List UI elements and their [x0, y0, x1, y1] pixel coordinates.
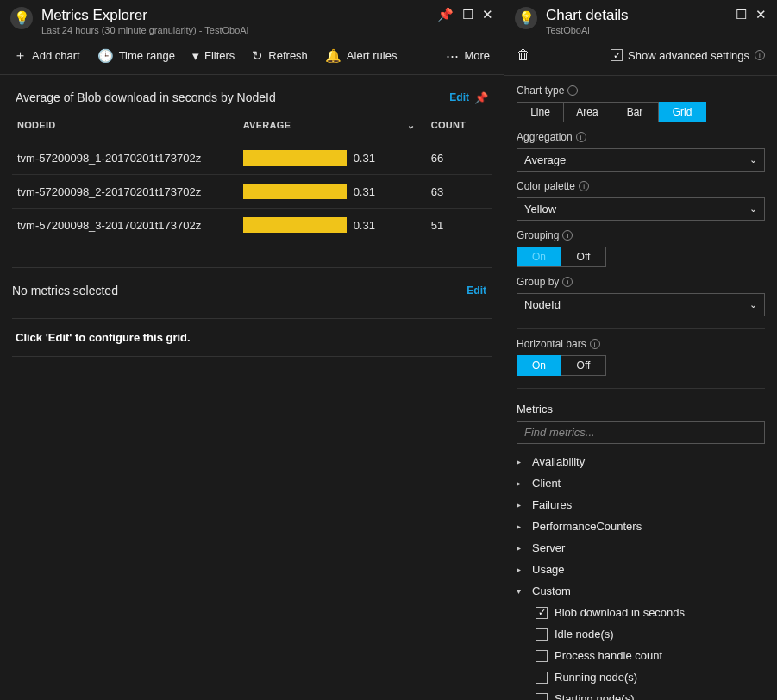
details-title: Chart details: [546, 7, 736, 24]
grouping-section: Groupingi On Off: [504, 221, 777, 267]
lightbulb-icon: 💡: [10, 7, 33, 29]
bar-icon: [243, 217, 347, 233]
chart-type-area[interactable]: Area: [564, 102, 611, 122]
alert-rules-button[interactable]: 🔔Alert rules: [325, 48, 398, 64]
metric-checkbox-item[interactable]: Starting node(s): [536, 688, 765, 700]
checkbox-icon: [536, 672, 548, 684]
tree-item-label: PerformanceCounters: [532, 520, 642, 533]
metric-label: Process handle count: [555, 649, 662, 662]
aggregation-select[interactable]: Average⌄: [517, 148, 765, 172]
table-row[interactable]: tvm-57200098_1-20170201t173702z0.3166: [12, 141, 492, 175]
tree-item[interactable]: ▸PerformanceCounters: [517, 516, 765, 537]
refresh-label: Refresh: [268, 49, 308, 62]
tree-item[interactable]: ▸Usage: [517, 559, 765, 580]
metrics-explorer-panel: 💡 Metrics Explorer Last 24 hours (30 min…: [0, 0, 504, 700]
close-icon[interactable]: ✕: [482, 7, 493, 22]
average-cell: 0.31: [238, 175, 426, 209]
col-count[interactable]: COUNT: [426, 113, 492, 141]
chart-type-bar[interactable]: Bar: [611, 102, 659, 122]
chart-type-line[interactable]: Line: [517, 102, 564, 122]
delete-icon[interactable]: 🗑: [517, 47, 530, 63]
maximize-icon[interactable]: ☐: [462, 7, 473, 22]
search-placeholder: Find metrics...: [524, 426, 595, 439]
groupby-section: Group byi NodeId⌄: [504, 267, 777, 316]
plus-icon: ＋: [14, 47, 27, 64]
info-icon[interactable]: i: [590, 339, 600, 349]
caret-right-icon: ▸: [517, 478, 525, 488]
tree-item[interactable]: ▸Client: [517, 472, 765, 494]
chart-card: Average of Blob download in seconds by N…: [12, 87, 492, 241]
caret-right-icon: ▸: [517, 543, 525, 553]
metrics-label: Metrics: [504, 389, 777, 421]
details-subtitle: TestOboAi: [546, 25, 736, 35]
advanced-settings-toggle[interactable]: ✓ Show advanced settings i: [611, 49, 765, 62]
close-icon[interactable]: ✕: [755, 7, 767, 22]
empty-chart-edit-link[interactable]: Edit: [467, 284, 486, 297]
left-header: 💡 Metrics Explorer Last 24 hours (30 min…: [0, 0, 504, 39]
sort-desc-icon: ⌄: [407, 120, 415, 131]
ellipsis-icon: ⋯: [446, 48, 459, 64]
metric-checkbox-item[interactable]: Running node(s): [536, 666, 765, 688]
panel-subtitle: Last 24 hours (30 minute granularity) - …: [41, 25, 437, 35]
add-chart-button[interactable]: ＋Add chart: [14, 47, 80, 64]
metric-label: Blob download in seconds: [555, 606, 685, 619]
filters-label: Filters: [204, 49, 235, 62]
checkbox-icon: [536, 650, 548, 662]
advanced-settings-label: Show advanced settings: [628, 49, 749, 62]
toolbar: ＋Add chart 🕒Time range ▾Filters ↻Refresh…: [0, 39, 504, 75]
col-nodeid[interactable]: NODEID: [12, 113, 238, 141]
count-cell: 51: [426, 209, 492, 242]
tree-item[interactable]: ▸Availability: [517, 451, 765, 472]
chart-details-panel: 💡 Chart details TestOboAi ☐ ✕ 🗑 ✓ Show a…: [504, 0, 777, 700]
nodeid-cell: tvm-57200098_1-20170201t173702z: [12, 141, 238, 175]
col-average-label: AVERAGE: [243, 120, 291, 130]
hbars-off[interactable]: Off: [561, 355, 606, 376]
lightbulb-icon: 💡: [515, 7, 537, 29]
grouping-on[interactable]: On: [517, 247, 561, 267]
chart-type-section: Chart typei Line Area Bar Grid: [504, 76, 777, 122]
caret-right-icon: ▸: [517, 457, 525, 466]
tree-item[interactable]: ▾Custom: [517, 580, 765, 602]
col-average[interactable]: AVERAGE⌄: [238, 113, 426, 141]
bell-icon: 🔔: [325, 48, 342, 64]
chart-pin-icon[interactable]: 📌: [474, 91, 488, 104]
filters-button[interactable]: ▾Filters: [192, 48, 235, 64]
info-icon[interactable]: i: [576, 132, 586, 142]
tree-item[interactable]: ▸Failures: [517, 494, 765, 516]
refresh-icon: ↻: [252, 48, 263, 64]
tree-item-label: Failures: [532, 498, 572, 511]
groupby-select[interactable]: NodeId⌄: [517, 293, 765, 316]
info-icon[interactable]: i: [562, 277, 573, 287]
more-button[interactable]: ⋯More: [446, 48, 490, 64]
table-row[interactable]: tvm-57200098_3-20170201t173702z0.3151: [12, 209, 492, 242]
count-cell: 66: [426, 141, 492, 175]
pin-icon[interactable]: 📌: [437, 7, 454, 22]
chart-type-grid[interactable]: Grid: [659, 102, 706, 122]
refresh-button[interactable]: ↻Refresh: [252, 48, 308, 64]
average-value: 0.31: [354, 219, 375, 232]
palette-select[interactable]: Yellow⌄: [517, 197, 765, 221]
clock-icon: 🕒: [97, 48, 114, 64]
info-icon[interactable]: i: [579, 181, 589, 191]
tree-item[interactable]: ▸Server: [517, 537, 765, 559]
table-row[interactable]: tvm-57200098_2-20170201t173702z0.3163: [12, 175, 492, 209]
chart-edit-link[interactable]: Edit: [449, 91, 469, 103]
info-icon[interactable]: i: [562, 230, 573, 241]
chevron-down-icon: ⌄: [749, 299, 757, 310]
grouping-off[interactable]: Off: [561, 247, 606, 267]
hbars-label: Horizontal bars: [517, 338, 586, 350]
average-cell: 0.31: [238, 209, 426, 242]
tree-item-label: Server: [532, 541, 565, 554]
time-range-button[interactable]: 🕒Time range: [97, 48, 175, 64]
metric-checkbox-item[interactable]: ✓Blob download in seconds: [536, 602, 765, 623]
metric-checkbox-item[interactable]: Idle node(s): [536, 623, 765, 645]
info-icon[interactable]: i: [567, 85, 578, 96]
metric-checkbox-item[interactable]: Process handle count: [536, 645, 765, 666]
hbars-on[interactable]: On: [517, 355, 561, 376]
metrics-search-input[interactable]: Find metrics...: [517, 421, 765, 444]
nodeid-cell: tvm-57200098_2-20170201t173702z: [12, 175, 238, 209]
funnel-icon: ▾: [192, 48, 199, 64]
maximize-icon[interactable]: ☐: [736, 7, 747, 22]
aggregation-value: Average: [524, 153, 566, 166]
metric-label: Starting node(s): [555, 692, 635, 700]
